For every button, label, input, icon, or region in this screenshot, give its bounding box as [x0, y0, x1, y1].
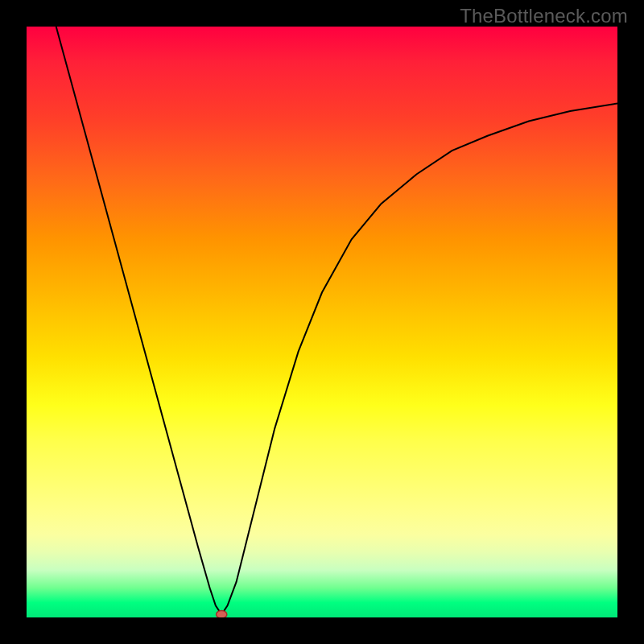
bottleneck-curve-svg [27, 27, 617, 617]
optimal-point-marker [217, 611, 227, 617]
plot-area [27, 27, 617, 617]
chart-frame: TheBottleneck.com [0, 0, 644, 644]
bottleneck-curve [56, 27, 617, 614]
watermark-text: TheBottleneck.com [460, 5, 628, 27]
